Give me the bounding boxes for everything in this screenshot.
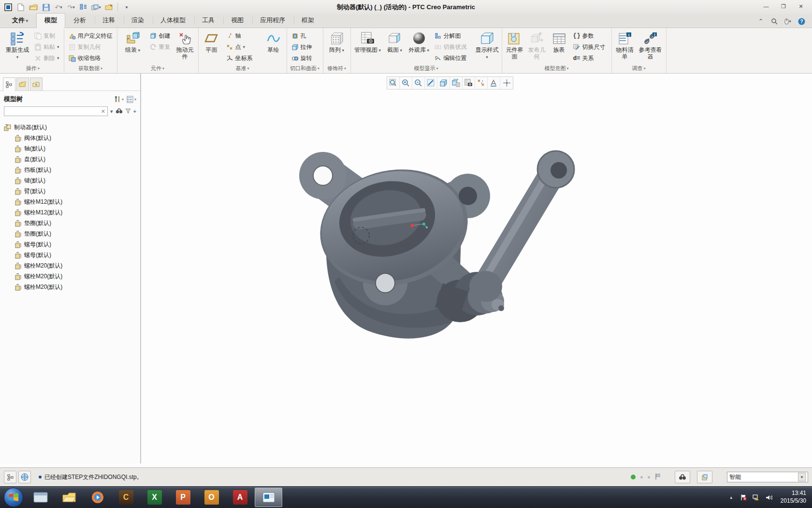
taskbar-creo-active[interactable] bbox=[255, 488, 282, 507]
component-interface-button[interactable]: 元件界面 bbox=[504, 30, 525, 63]
tree-item[interactable]: 阀体(默认) bbox=[14, 133, 140, 143]
shrinkwrap-button[interactable]: 收缩包络 bbox=[66, 53, 115, 63]
start-button[interactable] bbox=[4, 488, 23, 507]
model-tree-tab[interactable] bbox=[3, 77, 15, 91]
taskbar-powerpoint[interactable]: P bbox=[169, 488, 197, 507]
taskbar-excel[interactable]: X bbox=[141, 488, 168, 507]
restore-button[interactable]: ❐ bbox=[776, 2, 791, 11]
tab-applications[interactable]: 应用程序 bbox=[252, 13, 293, 28]
tree-tools-button[interactable] bbox=[114, 96, 124, 103]
favorites-tab[interactable]: ✳ bbox=[30, 77, 43, 90]
toggle-model-tree-button[interactable] bbox=[4, 471, 16, 483]
selection-filter-combo[interactable]: 智能 ▼ bbox=[727, 472, 808, 482]
tree-item[interactable]: 臂(默认) bbox=[14, 186, 140, 196]
flag-icon[interactable] bbox=[655, 473, 661, 481]
tree-item[interactable]: 垫圈(默认) bbox=[14, 228, 140, 239]
tab-view[interactable]: 视图 bbox=[223, 13, 252, 28]
axis-button[interactable]: 轴 bbox=[224, 30, 261, 41]
tab-tools[interactable]: 工具 bbox=[194, 13, 223, 28]
find-binoculars-icon[interactable] bbox=[116, 108, 123, 115]
tab-model[interactable]: 模型 bbox=[36, 13, 65, 28]
taskbar-acrobat[interactable]: A bbox=[226, 488, 254, 507]
search-icon[interactable] bbox=[769, 17, 779, 26]
pattern-button[interactable]: 阵列 bbox=[325, 30, 348, 63]
window-switch-button[interactable] bbox=[91, 2, 102, 13]
explode-view-button[interactable]: 分解图 bbox=[432, 30, 474, 41]
filter-icon[interactable] bbox=[125, 108, 131, 115]
datum-display-button[interactable] bbox=[475, 77, 488, 89]
hole-button[interactable]: 孔 bbox=[289, 30, 321, 41]
clear-search-icon[interactable]: ✕ bbox=[101, 108, 107, 115]
close-button[interactable]: ✕ bbox=[794, 2, 808, 11]
tree-item[interactable]: 螺栓M12(默认) bbox=[14, 207, 140, 218]
create-component-button[interactable]: 创建 bbox=[147, 30, 173, 41]
appearance-gallery-button[interactable]: 外观库 bbox=[407, 30, 431, 63]
select-components-button[interactable] bbox=[697, 471, 712, 483]
qat-overflow-button[interactable]: ▼ bbox=[121, 2, 132, 13]
drag-component-button[interactable]: 拖动元件 bbox=[174, 30, 196, 63]
section-button[interactable]: 截面 bbox=[384, 30, 406, 63]
search-model-button[interactable] bbox=[675, 471, 690, 483]
toggle-browser-button[interactable] bbox=[18, 471, 31, 483]
tree-item[interactable]: 螺栓M20(默认) bbox=[14, 260, 140, 271]
revolve-button[interactable]: 旋转 bbox=[289, 53, 321, 63]
volume-icon[interactable] bbox=[765, 494, 773, 501]
close-window-button[interactable] bbox=[103, 2, 114, 13]
mouse-options-icon[interactable] bbox=[783, 17, 793, 26]
taskbar-folder[interactable] bbox=[55, 488, 83, 507]
tree-item[interactable]: 螺母(默认) bbox=[14, 250, 140, 260]
tree-item[interactable]: 螺母(默认) bbox=[14, 239, 140, 250]
delete-button[interactable]: 删除 bbox=[32, 53, 62, 63]
tree-item[interactable]: 键(默认) bbox=[14, 175, 140, 186]
group-label-modifiers[interactable]: 修饰符 bbox=[323, 63, 350, 73]
annotation-display-button[interactable] bbox=[488, 77, 500, 89]
tree-item[interactable]: 轴(默认) bbox=[14, 143, 140, 154]
undo-button[interactable]: ↶ bbox=[53, 2, 64, 13]
group-label-model-display[interactable]: 模型显示 bbox=[351, 63, 502, 73]
selection-filter-dropdown-icon[interactable]: ▼ bbox=[798, 473, 806, 481]
publish-geometry-button[interactable]: 发布几何 bbox=[526, 30, 548, 63]
new-file-button[interactable] bbox=[15, 2, 26, 13]
folder-browser-tab[interactable] bbox=[16, 77, 29, 90]
zoom-region-button[interactable] bbox=[387, 77, 400, 89]
tree-item[interactable]: 螺栓M12(默认) bbox=[14, 196, 140, 207]
group-label-component[interactable]: 元件 bbox=[117, 63, 198, 73]
tree-search-input[interactable] bbox=[4, 107, 101, 115]
sketch-button[interactable]: 草绘 bbox=[262, 30, 285, 63]
display-style-button[interactable]: 显示样式 bbox=[475, 30, 500, 63]
tab-render[interactable]: 渲染 bbox=[123, 13, 152, 28]
action-center-icon[interactable] bbox=[740, 494, 748, 501]
view-manager-button[interactable] bbox=[463, 77, 475, 89]
tree-item[interactable]: 挡板(默认) bbox=[14, 164, 140, 175]
saved-orientations-button[interactable] bbox=[450, 77, 463, 89]
plane-button[interactable]: 平面 bbox=[201, 30, 223, 63]
tray-expand-icon[interactable]: ▲ bbox=[727, 495, 735, 500]
tree-item-root[interactable]: 制动器(默认) bbox=[3, 122, 140, 133]
group-label-datum[interactable]: 基准 bbox=[199, 63, 287, 73]
repaint-button[interactable] bbox=[425, 77, 437, 89]
tree-item[interactable]: 盘(默认) bbox=[14, 154, 140, 164]
extrude-button[interactable]: 拉伸 bbox=[289, 42, 321, 52]
zoom-out-button[interactable] bbox=[412, 77, 425, 89]
edit-position-button[interactable]: 编辑位置 bbox=[432, 53, 474, 63]
taskbar-app-dark[interactable]: C bbox=[112, 488, 140, 507]
open-file-button[interactable] bbox=[28, 2, 39, 13]
tab-annotate[interactable]: 注释 bbox=[94, 13, 123, 28]
tree-item[interactable]: 螺栓M20(默认) bbox=[14, 271, 140, 282]
copy-geometry-button[interactable]: 复制几何 bbox=[66, 42, 115, 52]
bom-button[interactable]: i 物料清单 bbox=[614, 30, 636, 63]
relations-button[interactable]: d= 关系 bbox=[571, 53, 609, 63]
help-icon[interactable]: ? bbox=[797, 17, 806, 26]
repeat-button[interactable]: 重复 bbox=[147, 42, 173, 52]
tree-settings-button[interactable] bbox=[127, 96, 136, 103]
group-label-model-intent[interactable]: 模型意图 bbox=[502, 63, 611, 73]
csys-button[interactable]: 坐标系 bbox=[224, 53, 261, 63]
regenerate-button[interactable]: 重新生成 bbox=[4, 30, 31, 63]
tab-framework[interactable]: 框架 bbox=[293, 13, 322, 28]
save-button[interactable] bbox=[41, 2, 51, 13]
paste-button[interactable]: 粘贴 bbox=[32, 42, 62, 52]
taskbar-outlook[interactable]: O bbox=[198, 488, 225, 507]
parameters-button[interactable]: { } 参数 bbox=[571, 30, 609, 41]
zoom-in-button[interactable] bbox=[400, 77, 412, 89]
taskbar-clock[interactable]: 13:41 2015/5/30 bbox=[778, 490, 806, 505]
